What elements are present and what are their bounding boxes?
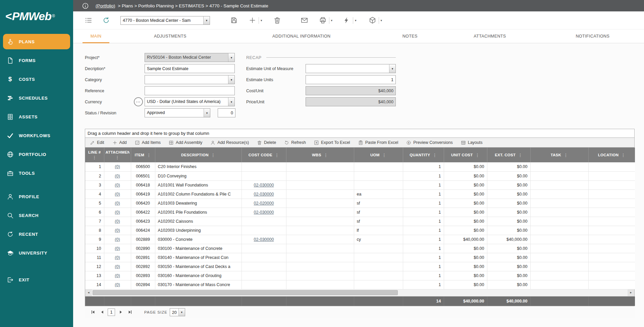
- print-icon[interactable]: [319, 16, 327, 24]
- status-select[interactable]: Approved ▾: [145, 108, 210, 117]
- add-items-button[interactable]: Add Items: [131, 138, 165, 147]
- cost-code-link[interactable]: 02-020000: [254, 201, 274, 206]
- first-page-button[interactable]: [90, 309, 96, 316]
- history-icon[interactable]: [102, 16, 110, 24]
- column-menu-icon[interactable]: ⋮: [475, 153, 480, 158]
- column-menu-icon[interactable]: ⋮: [92, 155, 97, 160]
- sidebar-item-costs[interactable]: $COSTS: [0, 70, 73, 89]
- chevron-down-icon[interactable]: ▾: [178, 309, 185, 316]
- prev-page-button[interactable]: [99, 309, 105, 316]
- tab-additional-information[interactable]: ADDITIONAL INFORMATION: [222, 30, 382, 43]
- attachments-link[interactable]: (0): [115, 210, 120, 215]
- sidebar-item-university[interactable]: UNIVERSITY: [0, 243, 73, 262]
- next-page-button[interactable]: [117, 309, 124, 316]
- tab-adjustments[interactable]: ADJUSTMENTS: [119, 30, 221, 43]
- column-menu-icon[interactable]: ⋮: [275, 153, 279, 158]
- column-menu-icon[interactable]: ⋮: [324, 153, 328, 158]
- category-select[interactable]: ▾: [145, 75, 235, 84]
- column-header-item[interactable]: ITEM⋮: [131, 148, 155, 162]
- edit-button[interactable]: Edit: [86, 138, 108, 147]
- add-button[interactable]: Add: [108, 138, 131, 147]
- scrollbar-track[interactable]: [92, 289, 628, 296]
- attachments-link[interactable]: (0): [115, 192, 120, 197]
- attachments-link[interactable]: (0): [115, 246, 120, 251]
- scrollbar-thumb[interactable]: [93, 290, 398, 295]
- add-assembly-button[interactable]: Add Assembly: [165, 138, 206, 147]
- last-page-button[interactable]: [126, 309, 133, 316]
- column-header-wbs[interactable]: WBS⋮: [286, 148, 354, 162]
- attachments-link[interactable]: (0): [115, 237, 120, 242]
- column-menu-icon[interactable]: ⋮: [564, 153, 568, 158]
- chevron-down-icon[interactable]: ▾: [259, 17, 262, 24]
- attachments-link[interactable]: (0): [115, 201, 120, 206]
- save-icon[interactable]: [230, 16, 238, 24]
- attachments-link[interactable]: (0): [115, 174, 120, 178]
- record-selector[interactable]: 4770 - Boston Medical Center - Sam ▾: [120, 16, 210, 25]
- column-header-task[interactable]: TASK⋮: [530, 148, 588, 162]
- column-menu-icon[interactable]: ⋮: [211, 153, 215, 158]
- sidebar-item-schedules[interactable]: SCHEDULES: [0, 89, 73, 107]
- attachments-link[interactable]: (0): [115, 273, 120, 278]
- cost-code-link[interactable]: 02-030000: [254, 192, 274, 197]
- column-header-attachments[interactable]: ATTACHMENTS⋮: [104, 148, 131, 162]
- chevron-down-icon[interactable]: ▾: [228, 53, 234, 62]
- chevron-down-icon[interactable]: ▾: [329, 17, 333, 24]
- add-split-button[interactable]: ▾: [249, 16, 262, 24]
- currency-select[interactable]: USD - Dollar (United States of America) …: [145, 97, 235, 106]
- chevron-down-icon[interactable]: ▾: [228, 75, 234, 84]
- column-menu-icon[interactable]: ⋮: [382, 153, 386, 158]
- sidebar-item-recent[interactable]: RECENT: [0, 225, 73, 243]
- attachments-link[interactable]: (0): [115, 255, 120, 260]
- bim-model-split-button[interactable]: ▾: [369, 16, 382, 24]
- paste-from-excel-button[interactable]: Paste From Excel: [354, 138, 402, 147]
- column-menu-icon[interactable]: ⋮: [147, 153, 151, 158]
- current-page[interactable]: 1: [108, 309, 115, 316]
- sidebar-item-profile[interactable]: PROFILE: [0, 187, 73, 206]
- 3d-model-icon[interactable]: [369, 16, 376, 24]
- column-header-ext_cost[interactable]: EXT. COST⋮: [487, 148, 530, 162]
- delete-button[interactable]: Delete: [253, 138, 280, 147]
- tab-attachments[interactable]: ATTACHMENTS: [438, 30, 541, 43]
- cost-code-link[interactable]: 02-030000: [254, 237, 274, 242]
- chevron-down-icon[interactable]: ▾: [204, 109, 210, 117]
- tab-notifications[interactable]: NOTIFICATIONS: [541, 30, 644, 43]
- scroll-left-icon[interactable]: ◄: [85, 289, 92, 296]
- preview-conversions-button[interactable]: $Preview Conversions: [402, 138, 457, 147]
- sidebar-item-search[interactable]: SEARCH: [0, 206, 73, 225]
- chevron-down-icon[interactable]: ▾: [389, 64, 395, 73]
- export-to-excel-button[interactable]: XExport To Excel: [310, 138, 354, 147]
- cost-code-link[interactable]: 02-030000: [254, 210, 274, 215]
- column-header-description[interactable]: DESCRIPTION⋮: [155, 148, 241, 162]
- description-input[interactable]: [145, 64, 235, 73]
- tab-main[interactable]: MAIN: [73, 30, 119, 43]
- print-split-button[interactable]: ▾: [319, 16, 333, 24]
- page-size-select[interactable]: 20 ▾: [170, 308, 185, 316]
- sidebar-item-workflows[interactable]: WORKFLOWS: [0, 126, 73, 145]
- estimate-units-input[interactable]: [306, 75, 396, 84]
- attachments-link[interactable]: (0): [115, 228, 120, 233]
- info-icon[interactable]: [82, 2, 89, 9]
- sidebar-item-plans[interactable]: PLANS: [3, 34, 70, 49]
- list-view-icon[interactable]: [85, 16, 92, 24]
- chevron-down-icon[interactable]: ▾: [353, 17, 357, 24]
- chevron-down-icon[interactable]: ▾: [379, 17, 382, 24]
- lightning-icon[interactable]: [343, 16, 351, 24]
- column-menu-icon[interactable]: ⋮: [518, 153, 522, 158]
- revision-input[interactable]: [218, 108, 235, 117]
- column-header-location[interactable]: LOCATION⋮: [588, 148, 635, 162]
- attachments-link[interactable]: (0): [115, 282, 120, 287]
- reference-input[interactable]: [145, 86, 235, 95]
- cost-code-link[interactable]: 02-030000: [254, 183, 274, 187]
- chevron-down-icon[interactable]: ▾: [228, 98, 234, 106]
- email-icon[interactable]: [301, 16, 308, 24]
- refresh-button[interactable]: Refresh: [280, 138, 310, 147]
- sidebar-item-tools[interactable]: TOOLS: [0, 164, 73, 182]
- attachments-link[interactable]: (0): [115, 264, 120, 269]
- add-resources-button[interactable]: Add Resource(s): [206, 138, 253, 147]
- column-header-unit_cost[interactable]: UNIT COST⋮: [444, 148, 487, 162]
- project-select[interactable]: RVS0104 - Boston Medical Center ▾: [145, 53, 235, 62]
- column-header-cost_code[interactable]: COST CODE⋮: [241, 148, 286, 162]
- attachments-link[interactable]: (0): [115, 219, 120, 224]
- horizontal-scrollbar[interactable]: ◄ ►: [85, 289, 634, 296]
- workflow-actions-split-button[interactable]: ▾: [343, 16, 357, 24]
